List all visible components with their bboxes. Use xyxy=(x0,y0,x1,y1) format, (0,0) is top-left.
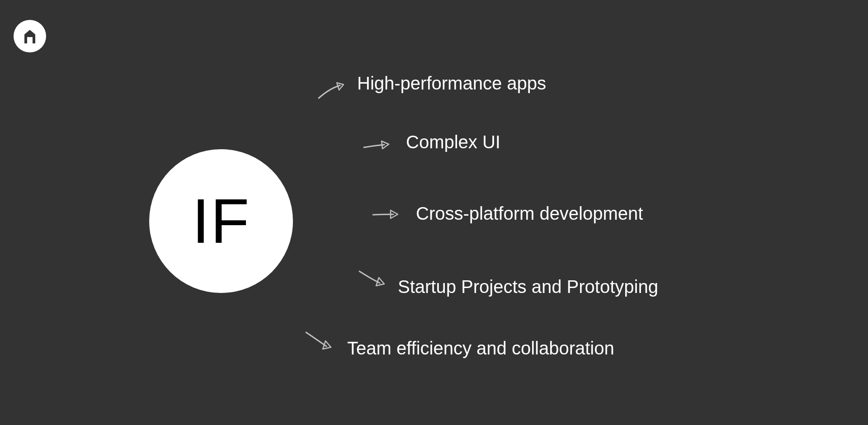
if-badge: IF xyxy=(149,149,293,293)
item-text: Team efficiency and collaboration xyxy=(347,338,614,359)
arrow-icon xyxy=(362,135,393,157)
list-item: Complex UI xyxy=(406,132,500,152)
list-item: High-performance apps xyxy=(357,73,546,94)
list-item: Team efficiency and collaboration xyxy=(347,338,614,359)
arrow-icon xyxy=(316,79,348,102)
item-text: High-performance apps xyxy=(357,73,546,94)
corner-logo xyxy=(14,20,46,52)
arrow-icon xyxy=(371,203,402,226)
arrow-icon xyxy=(357,268,389,290)
list-item: Startup Projects and Prototyping xyxy=(398,277,658,297)
item-text: Complex UI xyxy=(406,132,500,152)
item-text: Cross-platform development xyxy=(416,203,643,224)
arrow-icon xyxy=(304,330,335,353)
if-badge-text: IF xyxy=(192,189,250,253)
house-icon xyxy=(21,27,39,45)
item-text: Startup Projects and Prototyping xyxy=(398,277,658,297)
list-item: Cross-platform development xyxy=(416,203,643,224)
